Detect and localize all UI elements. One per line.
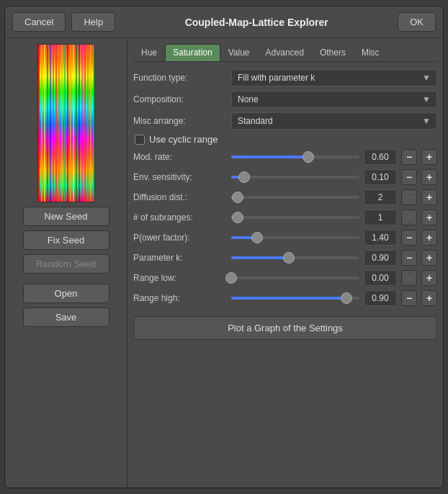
diffusion-dist-minus-button[interactable]: − [401, 189, 417, 205]
env-sensitivity-row: Env. sensitivity: 0.10 − + [133, 169, 437, 185]
range-low-label: Range low: [133, 273, 227, 283]
misc-arrange-row: Misc arrange: Standard ▼ [133, 112, 437, 130]
num-subranges-row: # of subranges: 1 − + [133, 210, 437, 225]
composition-row: Composition: None ▼ [133, 91, 437, 108]
tab-saturation[interactable]: Saturation [165, 44, 220, 61]
ok-button[interactable]: OK [398, 12, 436, 32]
title-bar: Cancel Help Coupled-Map-Lattice Explorer… [5, 6, 443, 38]
cyclic-range-label: Use cyclic range [149, 134, 218, 145]
diffusion-dist-value[interactable]: 2 [364, 189, 397, 205]
main-area: New Seed Fix Seed Random Seed Open Save … [5, 38, 443, 488]
power-factor-row: P(ower factor): 1.40 − + [133, 230, 437, 246]
power-factor-label: P(ower factor): [133, 233, 227, 243]
open-button[interactable]: Open [23, 284, 109, 303]
tab-value[interactable]: Value [220, 44, 258, 61]
save-button[interactable]: Save [23, 307, 109, 327]
num-subranges-minus-button[interactable]: − [401, 210, 417, 225]
parameter-k-plus-button[interactable]: + [421, 250, 437, 266]
mod-rate-slider[interactable] [231, 150, 359, 164]
composition-dropdown[interactable]: None ▼ [231, 91, 437, 108]
random-seed-button[interactable]: Random Seed [23, 254, 109, 274]
new-seed-button[interactable]: New Seed [23, 207, 109, 226]
content-area: Function type: Fill with parameter k ▼ C… [133, 69, 437, 482]
range-low-plus-button[interactable]: + [421, 270, 437, 286]
function-type-dropdown[interactable]: Fill with parameter k ▼ [231, 69, 437, 86]
diffusion-dist-slider[interactable] [231, 190, 359, 205]
tab-misc[interactable]: Misc [354, 44, 387, 61]
parameter-k-label: Parameter k: [133, 253, 227, 263]
env-sensitivity-slider[interactable] [231, 170, 359, 184]
parameter-k-row: Parameter k: 0.90 − + [133, 250, 437, 266]
cyclic-range-row: Use cyclic range [135, 134, 437, 145]
range-high-row: Range high: 0.90 − + [133, 290, 437, 306]
tab-others[interactable]: Others [312, 44, 354, 61]
range-high-plus-button[interactable]: + [421, 290, 437, 306]
tab-advanced[interactable]: Advanced [258, 44, 312, 61]
num-subranges-value[interactable]: 1 [364, 210, 397, 225]
window-title: Coupled-Map-Lattice Explorer [121, 17, 392, 28]
parameter-k-minus-button[interactable]: − [401, 250, 417, 266]
range-low-minus-button[interactable]: − [401, 270, 417, 286]
left-panel: New Seed Fix Seed Random Seed Open Save [5, 38, 127, 488]
tabs: Hue Saturation Value Advanced Others Mis… [133, 44, 437, 62]
right-panel: Hue Saturation Value Advanced Others Mis… [127, 38, 443, 488]
mod-rate-row: Mod. rate: 0.60 − + [133, 149, 437, 165]
tab-hue[interactable]: Hue [133, 44, 165, 61]
env-sensitivity-plus-button[interactable]: + [421, 169, 437, 185]
env-sensitivity-value[interactable]: 0.10 [364, 169, 397, 185]
dropdown-arrow-icon-3: ▼ [422, 116, 431, 126]
mod-rate-plus-button[interactable]: + [421, 149, 437, 165]
range-high-slider[interactable] [231, 291, 359, 305]
diffusion-dist-plus-button[interactable]: + [421, 189, 437, 205]
num-subranges-slider[interactable] [231, 210, 359, 225]
power-factor-slider[interactable] [231, 230, 359, 245]
diffusion-dist-label: Diffusion dist.: [133, 192, 227, 202]
function-type-label: Function type: [133, 73, 227, 83]
range-high-minus-button[interactable]: − [401, 290, 417, 306]
range-low-value[interactable]: 0.00 [364, 270, 397, 286]
parameter-k-value[interactable]: 0.90 [364, 250, 397, 266]
fix-seed-button[interactable]: Fix Seed [23, 230, 109, 250]
power-factor-value[interactable]: 1.40 [364, 230, 397, 246]
range-low-slider[interactable] [231, 271, 359, 285]
function-type-row: Function type: Fill with parameter k ▼ [133, 69, 437, 86]
mod-rate-minus-button[interactable]: − [401, 149, 417, 165]
cyclic-range-checkbox[interactable] [135, 135, 145, 145]
range-high-label: Range high: [133, 293, 227, 303]
composition-label: Composition: [133, 94, 227, 104]
range-high-value[interactable]: 0.90 [364, 290, 397, 306]
mod-rate-value[interactable]: 0.60 [364, 149, 397, 165]
num-subranges-label: # of subranges: [133, 212, 227, 223]
power-factor-minus-button[interactable]: − [401, 230, 417, 246]
cancel-button[interactable]: Cancel [12, 12, 66, 32]
env-sensitivity-minus-button[interactable]: − [401, 169, 417, 185]
power-factor-plus-button[interactable]: + [421, 230, 437, 246]
dropdown-arrow-icon: ▼ [422, 73, 431, 83]
env-sensitivity-label: Env. sensitivity: [133, 172, 227, 182]
help-button[interactable]: Help [71, 12, 115, 32]
misc-arrange-dropdown[interactable]: Standard ▼ [231, 112, 437, 130]
main-window: Cancel Help Coupled-Map-Lattice Explorer… [4, 6, 444, 488]
dropdown-arrow-icon-2: ▼ [422, 94, 431, 104]
diffusion-dist-row: Diffusion dist.: 2 − + [133, 189, 437, 205]
misc-arrange-label: Misc arrange: [133, 116, 227, 126]
num-subranges-plus-button[interactable]: + [421, 210, 437, 225]
range-low-row: Range low: 0.00 − + [133, 270, 437, 286]
mod-rate-label: Mod. rate: [133, 152, 227, 162]
preview-image [37, 44, 95, 202]
plot-graph-button[interactable]: Plot a Graph of the Settings [133, 316, 437, 340]
parameter-k-slider[interactable] [231, 251, 359, 265]
